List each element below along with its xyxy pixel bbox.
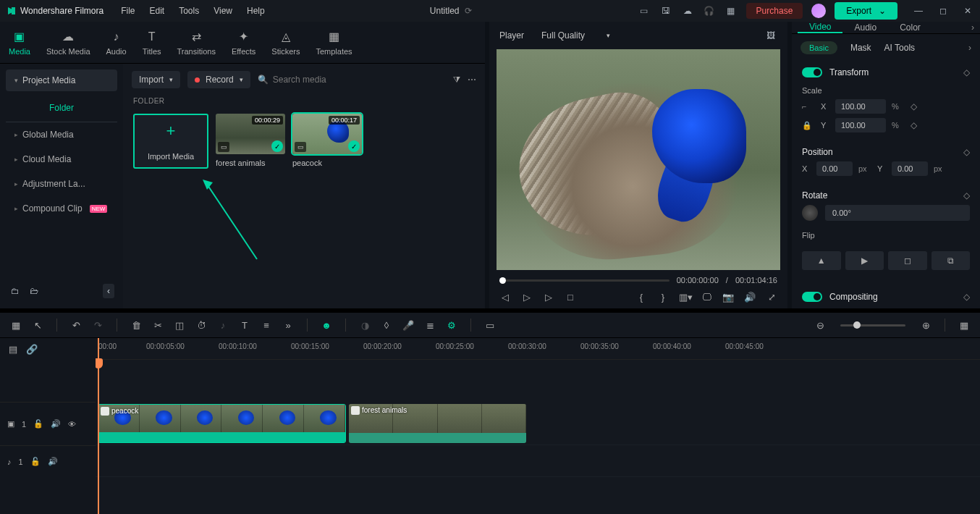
- timeline-tracks[interactable]: 00:00 00:00:05:00 00:00:10:00 00:00:15:0…: [96, 338, 980, 514]
- tab-stickers[interactable]: ◬Stickers: [271, 30, 300, 56]
- sidebar-project-media[interactable]: ▾Project Media: [6, 69, 117, 91]
- subtab-mask[interactable]: Mask: [850, 43, 871, 53]
- scrub-handle[interactable]: [499, 277, 506, 284]
- audio-track-header[interactable]: ♪1 🔓 🔊: [0, 445, 96, 477]
- subtab-scroll-right-icon[interactable]: ›: [968, 43, 971, 53]
- zoom-handle[interactable]: [853, 321, 861, 329]
- close-icon[interactable]: ✕: [961, 4, 974, 17]
- purchase-button[interactable]: Purchase: [746, 3, 803, 19]
- avatar[interactable]: [811, 4, 826, 18]
- lock-icon[interactable]: 🔒: [802, 121, 812, 130]
- import-media-card[interactable]: + Import Media: [133, 114, 208, 169]
- mute-icon[interactable]: 🔊: [48, 457, 58, 466]
- play-forward-icon[interactable]: ▷: [543, 292, 554, 303]
- collapse-sidebar-button[interactable]: ‹: [103, 284, 114, 298]
- audio-edit-icon[interactable]: ♪: [217, 320, 229, 331]
- prev-frame-icon[interactable]: ◁: [499, 292, 511, 303]
- props-tab-video[interactable]: Video: [798, 22, 842, 33]
- apps-icon[interactable]: ▦: [725, 4, 738, 17]
- mark-out-icon[interactable]: }: [657, 292, 669, 303]
- quality-dropdown[interactable]: Full Quality▾: [541, 30, 610, 41]
- render-icon[interactable]: ▭: [484, 320, 496, 331]
- device-icon[interactable]: ▭: [638, 4, 651, 17]
- flip-h-button[interactable]: ▲: [802, 251, 841, 270]
- sidebar-global-media[interactable]: ▸Global Media: [6, 122, 117, 147]
- video-track-header[interactable]: ▣1 🔓 🔊 👁: [0, 402, 96, 445]
- fullscreen-icon[interactable]: ⤢: [766, 292, 777, 303]
- maximize-icon[interactable]: ◻: [937, 4, 950, 17]
- add-folder-icon[interactable]: 🗁: [28, 285, 41, 298]
- sidebar-compound[interactable]: ▸Compound ClipNEW: [6, 196, 117, 221]
- menu-view[interactable]: View: [214, 6, 232, 16]
- ratio-icon[interactable]: ▥▾: [679, 292, 690, 303]
- crop-icon[interactable]: ◫: [174, 320, 185, 331]
- keyframe-icon[interactable]: ◇: [963, 190, 970, 201]
- auto-icon[interactable]: ⚙: [446, 320, 457, 331]
- tab-titles[interactable]: TTitles: [143, 30, 161, 56]
- pos-y-input[interactable]: [892, 161, 928, 176]
- props-tab-audio[interactable]: Audio: [842, 22, 888, 33]
- sync-icon[interactable]: ⟳: [465, 6, 472, 16]
- fit-icon[interactable]: ▦: [958, 320, 970, 331]
- visibility-icon[interactable]: 👁: [68, 420, 76, 429]
- tab-media[interactable]: ▣Media: [9, 30, 30, 56]
- more-tools-icon[interactable]: »: [282, 320, 294, 331]
- link-icon[interactable]: 🔗: [26, 344, 38, 355]
- cloud-icon[interactable]: ☁: [681, 4, 694, 17]
- tab-templates[interactable]: ▦Templates: [316, 30, 352, 56]
- zoom-slider[interactable]: [840, 324, 905, 326]
- tab-stock[interactable]: ☁Stock Media: [46, 30, 90, 56]
- transform-toggle[interactable]: [802, 67, 822, 77]
- record-dropdown[interactable]: Record▾: [187, 71, 250, 88]
- adjust-icon[interactable]: ≡: [261, 320, 272, 331]
- play-icon[interactable]: ▷: [521, 292, 533, 303]
- keyframe-icon[interactable]: ◇: [911, 120, 917, 130]
- import-dropdown[interactable]: Import▾: [132, 71, 180, 88]
- keyframe-icon[interactable]: ◇: [963, 147, 970, 157]
- magnet-icon[interactable]: ▤: [7, 344, 19, 355]
- undo-icon[interactable]: ↶: [70, 320, 82, 331]
- save-icon[interactable]: 🖫: [659, 4, 672, 17]
- menu-tools[interactable]: Tools: [179, 6, 199, 16]
- menu-edit[interactable]: Edit: [150, 6, 165, 16]
- filter-icon[interactable]: ⧩: [453, 75, 460, 85]
- subtab-basic[interactable]: Basic: [801, 41, 837, 54]
- clip-peacock[interactable]: peacock: [98, 404, 346, 443]
- export-button[interactable]: Export⌄: [835, 2, 897, 20]
- pos-x-input[interactable]: [816, 161, 853, 176]
- mark-in-icon[interactable]: {: [635, 292, 647, 303]
- keyframe-icon[interactable]: ◇: [963, 292, 970, 302]
- lock-icon[interactable]: 🔓: [33, 419, 43, 429]
- flip-copy-button[interactable]: ⧉: [932, 251, 971, 270]
- tab-effects[interactable]: ✦Effects: [232, 30, 255, 56]
- scale-x-input[interactable]: [835, 99, 886, 114]
- cut-icon[interactable]: ✂: [152, 320, 164, 331]
- timeline-ruler[interactable]: 00:00 00:00:05:00 00:00:10:00 00:00:15:0…: [96, 338, 980, 360]
- keyframe-icon[interactable]: ◇: [911, 101, 917, 111]
- menu-help[interactable]: Help: [247, 6, 265, 16]
- mute-icon[interactable]: 🔊: [51, 419, 61, 429]
- flip-sq-button[interactable]: ◻: [888, 251, 927, 270]
- props-scroll-right-icon[interactable]: ›: [971, 22, 974, 33]
- flip-v-button[interactable]: ▶: [845, 251, 884, 270]
- subtab-ai[interactable]: AI Tools: [884, 43, 915, 53]
- tab-audio[interactable]: ♪Audio: [106, 30, 127, 56]
- zoom-in-icon[interactable]: ⊕: [920, 320, 932, 331]
- delete-icon[interactable]: 🗑: [130, 320, 142, 331]
- search-input[interactable]: [273, 75, 360, 85]
- snapshot-icon[interactable]: 🖼: [764, 29, 777, 42]
- redo-icon[interactable]: ↷: [92, 320, 104, 331]
- compositing-toggle[interactable]: [802, 292, 822, 302]
- preview-viewport[interactable]: [497, 49, 780, 270]
- minimize-icon[interactable]: —: [912, 4, 925, 17]
- clip-forest[interactable]: forest animals: [349, 404, 526, 443]
- camera-icon[interactable]: 📷: [722, 292, 734, 303]
- new-folder-icon[interactable]: 🗀: [9, 285, 22, 298]
- scrub-track[interactable]: [499, 279, 669, 282]
- video-track[interactable]: peacock forest animals: [96, 402, 980, 445]
- mic-icon[interactable]: 🎤: [402, 320, 414, 331]
- scale-y-input[interactable]: [835, 118, 886, 132]
- media-item-forest[interactable]: 00:00:29 ▭ ✓ forest animals: [216, 114, 285, 169]
- more-icon[interactable]: ⋯: [468, 75, 476, 85]
- search-media[interactable]: 🔍: [258, 75, 446, 85]
